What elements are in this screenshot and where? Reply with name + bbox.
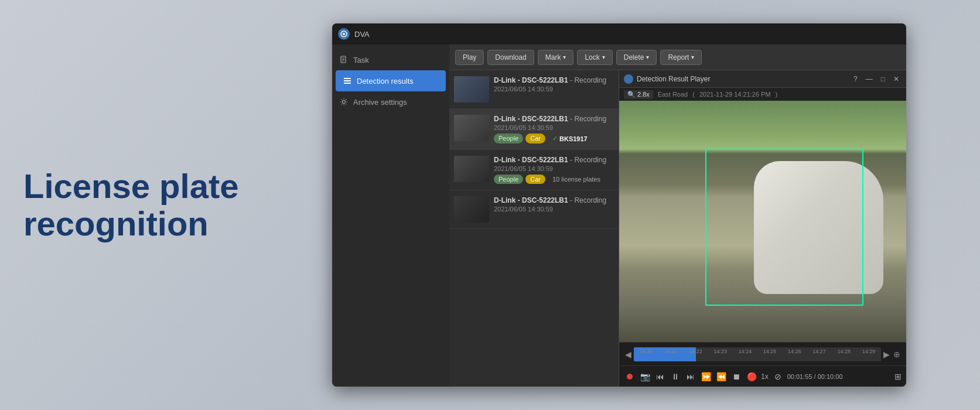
- player-datetime-close: ): [776, 91, 778, 98]
- svg-rect-7: [344, 80, 351, 81]
- next-frame-button[interactable]: ⏭: [685, 371, 696, 382]
- timeline-left-btn[interactable]: ◀: [624, 348, 633, 360]
- play-pause-button[interactable]: ⏸: [670, 371, 681, 382]
- player-video: [619, 101, 906, 342]
- main-content: Task Detection results Archive settings: [332, 45, 906, 387]
- tag-license-count-3: 10 license plates: [548, 175, 605, 184]
- player-title: Detection Result Player: [637, 75, 710, 83]
- sidebar-item-archive-settings[interactable]: Archive settings: [332, 91, 449, 112]
- download-button[interactable]: Download: [487, 50, 534, 65]
- report-button[interactable]: Report ▾: [660, 50, 702, 65]
- rewind-button[interactable]: ⏪: [715, 371, 727, 382]
- zoom-icon: 🔍: [627, 91, 636, 98]
- delete-button[interactable]: Delete ▾: [616, 50, 657, 65]
- detection-name-3: D-Link - DSC-5222LB1 - Recording: [494, 156, 614, 164]
- delete-arrow-icon: ▾: [646, 54, 649, 60]
- toolbar: Play Download Mark ▾ Lock ▾ Delete ▾ Rep…: [449, 45, 906, 70]
- time-display: 00:01:55 / 00:10:00: [787, 373, 843, 380]
- sidebar-item-task[interactable]: Task: [332, 49, 449, 70]
- zoom-badge: 🔍 2.8x: [624, 90, 653, 99]
- timeline-right-btn[interactable]: ▶: [882, 348, 891, 360]
- lock-arrow-icon: ▾: [602, 54, 605, 60]
- detection-list: D-Link - DSC-5222LB1 - Recording 2021/06…: [449, 70, 619, 387]
- svg-rect-8: [344, 83, 351, 84]
- right-panel: Play Download Mark ▾ Lock ▾ Delete ▾ Rep…: [449, 45, 906, 387]
- stop-button[interactable]: ⏹: [730, 371, 742, 382]
- detection-thumb-2: [454, 115, 489, 141]
- timeline-zoom-in-btn[interactable]: ⊕: [892, 348, 902, 360]
- detection-name-2: D-Link - DSC-5222LB1 - Recording: [494, 115, 614, 123]
- svg-point-9: [343, 101, 346, 104]
- player-title-controls: ? — □ ✕: [851, 74, 902, 84]
- player-location: East Road: [658, 91, 688, 98]
- detection-item-4[interactable]: D-Link - DSC-5222LB1 - Recording 2021/06…: [449, 190, 619, 229]
- sidebar: Task Detection results Archive settings: [332, 45, 449, 387]
- file-icon: [339, 55, 349, 64]
- player-datetime: (: [692, 91, 695, 98]
- detection-item-3[interactable]: D-Link - DSC-5222LB1 - Recording 2021/06…: [449, 150, 619, 190]
- tl-14-22: 14:22: [683, 348, 708, 354]
- app-title: DVA: [354, 30, 370, 39]
- play-button[interactable]: Play: [455, 50, 484, 65]
- record-button[interactable]: [624, 371, 636, 382]
- deinterlace-button[interactable]: ⊘: [772, 371, 784, 382]
- app-window: DVA Task Detection results: [332, 23, 906, 387]
- tag-plate-2: ✓ BKS1917: [548, 134, 592, 144]
- list-icon: [343, 76, 352, 86]
- tl-14-26: 14:26: [782, 348, 807, 354]
- playback-controls: 📷 ⏮ ⏸ ⏭ ⏩ ⏪ ⏹ 🔴 1x ⊘ 00:01:55 / 0: [619, 365, 906, 387]
- hero-text: License plate recognition: [23, 168, 305, 242]
- detection-info-2: D-Link - DSC-5222LB1 - Recording 2021/06…: [494, 115, 614, 144]
- detection-info-4: D-Link - DSC-5222LB1 - Recording 2021/06…: [494, 196, 614, 223]
- timeline-labels: 14:20 14:21 14:22 14:23 14:24 14:25 14:2…: [634, 347, 881, 361]
- app-icon: [338, 28, 350, 40]
- tag-people-2: People: [494, 134, 523, 144]
- check-icon: ✓: [552, 135, 558, 142]
- detection-thumb-1: [454, 76, 489, 102]
- player-info-bar: 🔍 2.8x East Road ( 2021-11-29 14:21:26 P…: [619, 88, 906, 101]
- svg-point-1: [343, 33, 345, 35]
- tl-14-21: 14:21: [658, 348, 683, 354]
- detection-item-1[interactable]: D-Link - DSC-5222LB1 - Recording 2021/06…: [449, 70, 619, 109]
- player-minimize-button[interactable]: —: [863, 74, 875, 84]
- detection-tags-3: People Car 10 license plates: [494, 175, 614, 184]
- hero-line2: recognition: [23, 204, 209, 242]
- player-title-left: Detection Result Player: [624, 74, 710, 84]
- tl-14-28: 14:28: [832, 348, 856, 354]
- prev-frame-button[interactable]: ⏮: [654, 371, 666, 382]
- expand-button[interactable]: ⊞: [894, 372, 902, 381]
- audio-button[interactable]: 🔴: [746, 371, 757, 382]
- detection-info-3: D-Link - DSC-5222LB1 - Recording 2021/06…: [494, 156, 614, 184]
- tl-14-25: 14:25: [757, 348, 782, 354]
- tag-car-3: Car: [525, 175, 545, 184]
- mark-button[interactable]: Mark ▾: [538, 50, 574, 65]
- player-panel: Detection Result Player ? — □ ✕ 🔍: [619, 70, 906, 387]
- tl-14-23: 14:23: [708, 348, 733, 354]
- car-scene: [619, 101, 906, 342]
- gear-icon: [339, 97, 349, 107]
- detection-name-1: D-Link - DSC-5222LB1 - Recording: [494, 76, 614, 84]
- detection-tags-2: People Car ✓ BKS1917: [494, 134, 614, 144]
- lock-button[interactable]: Lock ▾: [577, 50, 612, 65]
- fast-forward-button[interactable]: ⏩: [700, 371, 712, 382]
- detection-date-3: 2021/06/05 14:30:59: [494, 165, 614, 172]
- player-datetime-value: 2021-11-29 14:21:26 PM: [699, 91, 771, 98]
- sidebar-archive-label: Archive settings: [353, 98, 407, 107]
- tl-14-29: 14:29: [856, 348, 881, 354]
- detection-type-4: - Recording: [570, 196, 606, 204]
- detection-item-2[interactable]: D-Link - DSC-5222LB1 - Recording 2021/06…: [449, 109, 619, 150]
- player-maximize-button[interactable]: □: [879, 74, 887, 84]
- timeline-bar[interactable]: ◀ 14:20 14:21 14:22 14:23 14:24 14:25 14…: [619, 342, 906, 365]
- svg-rect-6: [344, 78, 351, 79]
- detection-type-2: - Recording: [570, 115, 606, 123]
- timeline-track[interactable]: 14:20 14:21 14:22 14:23 14:24 14:25 14:2…: [634, 347, 881, 361]
- tag-people-3: People: [494, 175, 523, 184]
- detection-name-4: D-Link - DSC-5222LB1 - Recording: [494, 196, 614, 204]
- sidebar-item-detection-results[interactable]: Detection results: [336, 70, 446, 91]
- tl-14-27: 14:27: [807, 348, 831, 354]
- detection-rectangle: [705, 149, 863, 306]
- snapshot-button[interactable]: 📷: [639, 371, 651, 382]
- player-close-button[interactable]: ✕: [891, 74, 902, 84]
- player-help-button[interactable]: ?: [851, 74, 860, 84]
- time-total: 00:10:00: [818, 373, 843, 380]
